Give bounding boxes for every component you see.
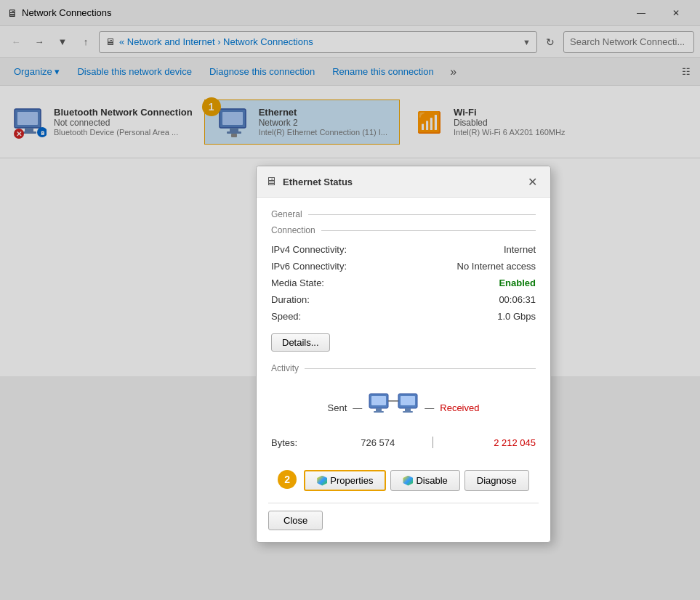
dialog-title: Ethernet Status xyxy=(283,177,523,187)
dialog-title-bar: 🖥 Ethernet Status ✕ xyxy=(257,166,550,198)
general-section-label: General xyxy=(271,209,536,219)
svg-rect-16 xyxy=(376,408,382,411)
svg-rect-15 xyxy=(371,396,386,405)
media-state-value: Enabled xyxy=(499,277,536,288)
activity-section-label: Activity xyxy=(271,363,536,373)
svg-rect-20 xyxy=(405,408,411,411)
svg-rect-19 xyxy=(401,396,415,405)
speed-row: Speed: 1.0 Gbps xyxy=(271,308,536,325)
bytes-row: Bytes: 726 574 2 212 045 xyxy=(271,434,536,451)
ipv4-value: Internet xyxy=(504,244,536,255)
sent-label: Sent xyxy=(328,402,347,413)
bytes-received: 2 212 045 xyxy=(439,437,536,448)
disable-label: Disable xyxy=(416,475,447,486)
svg-rect-21 xyxy=(403,411,413,413)
svg-rect-17 xyxy=(374,411,384,413)
ethernet-status-dialog: 🖥 Ethernet Status ✕ General Connection I… xyxy=(256,166,551,543)
diagnose-footer-button[interactable]: Diagnose xyxy=(464,470,529,491)
speed-value: 1.0 Gbps xyxy=(497,311,536,322)
close-section: Close xyxy=(257,503,550,542)
properties-button[interactable]: Properties xyxy=(304,470,386,491)
ipv6-row: IPv6 Connectivity: No Internet access xyxy=(271,258,536,275)
received-label: Received xyxy=(440,402,479,413)
duration-value: 00:06:31 xyxy=(499,294,536,305)
disable-shield-icon xyxy=(403,476,413,486)
ipv4-row: IPv4 Connectivity: Internet xyxy=(271,241,536,258)
sent-dash: — xyxy=(353,402,362,413)
details-button[interactable]: Details... xyxy=(271,333,330,352)
close-button[interactable]: Close xyxy=(268,511,323,530)
media-state-label: Media State: xyxy=(271,277,324,288)
properties-label: Properties xyxy=(330,475,373,486)
activity-visual: Sent — — Received xyxy=(271,379,536,434)
dialog-footer: 2 Properties Disable Diagnose xyxy=(257,463,550,503)
bytes-label: Bytes: xyxy=(271,437,329,448)
dialog-body: General Connection IPv4 Connectivity: In… xyxy=(257,198,550,463)
received-dash: — xyxy=(425,402,434,413)
ipv4-label: IPv4 Connectivity: xyxy=(271,244,347,255)
disable-button[interactable]: Disable xyxy=(390,470,459,491)
ipv6-value: No Internet access xyxy=(457,261,536,272)
connection-section-label: Connection xyxy=(271,225,536,235)
bytes-sent: 726 574 xyxy=(329,437,427,448)
speed-label: Speed: xyxy=(271,311,301,322)
dialog-icon: 🖥 xyxy=(265,175,277,188)
dialog-close-button[interactable]: ✕ xyxy=(523,172,542,191)
activity-computers-icon xyxy=(368,388,419,428)
duration-label: Duration: xyxy=(271,294,310,305)
ipv6-label: IPv6 Connectivity: xyxy=(271,261,347,272)
bytes-divider xyxy=(433,437,433,448)
duration-row: Duration: 00:06:31 xyxy=(271,291,536,308)
media-state-row: Media State: Enabled xyxy=(271,275,536,291)
diagnose-label: Diagnose xyxy=(477,475,517,486)
activity-section: Activity Sent — xyxy=(271,363,536,451)
properties-shield-icon xyxy=(317,476,327,486)
step2-badge: 2 xyxy=(278,470,297,489)
